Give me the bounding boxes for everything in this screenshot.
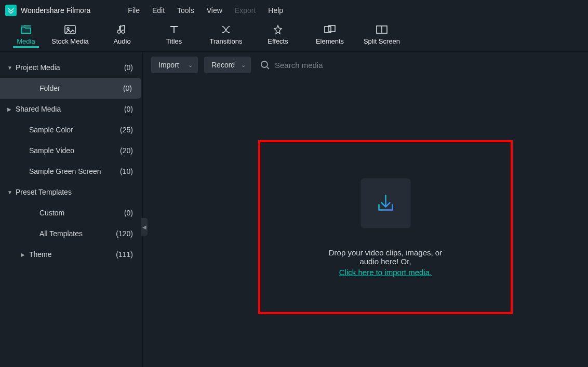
menu-view[interactable]: View bbox=[201, 6, 229, 15]
menu-help[interactable]: Help bbox=[262, 6, 289, 15]
sidebar-item-custom[interactable]: Custom (0) bbox=[0, 202, 142, 223]
menu-tools[interactable]: Tools bbox=[171, 6, 201, 15]
sidebar-count: (25) bbox=[120, 126, 133, 134]
app-logo bbox=[5, 5, 17, 16]
tab-effects-label: Effects bbox=[268, 37, 288, 45]
sidebar-label: Project Media bbox=[16, 63, 124, 72]
sidebar-label: Sample Color bbox=[29, 126, 120, 134]
import-media-link[interactable]: Click here to import media. bbox=[339, 267, 432, 276]
sidebar-count: (10) bbox=[120, 167, 133, 175]
record-label: Record bbox=[211, 61, 235, 69]
tab-transitions-label: Transitions bbox=[209, 37, 242, 45]
import-dropdown[interactable]: Import ⌄ bbox=[151, 57, 198, 73]
svg-line-7 bbox=[267, 67, 269, 69]
tab-titles[interactable]: Titles bbox=[148, 20, 200, 51]
tab-media-label: Media bbox=[17, 37, 35, 45]
sidebar-count: (120) bbox=[116, 229, 133, 238]
tab-split-screen-label: Split Screen bbox=[364, 37, 400, 45]
effects-icon bbox=[273, 24, 283, 35]
sidebar-item-theme[interactable]: ▶ Theme (111) bbox=[0, 244, 142, 265]
import-label: Import bbox=[158, 61, 179, 69]
sidebar-label: Preset Templates bbox=[16, 188, 133, 196]
content-panel: Import ⌄ Record ⌄ bbox=[143, 52, 588, 367]
sidebar-count: (0) bbox=[124, 63, 133, 72]
search-wrap bbox=[257, 57, 580, 73]
tab-stock-media-label: Stock Media bbox=[51, 37, 89, 45]
sidebar-count: (0) bbox=[124, 105, 133, 113]
split-screen-icon bbox=[376, 24, 387, 35]
sidebar-item-shared-media[interactable]: ▶ Shared Media (0) bbox=[0, 99, 142, 119]
tab-transitions[interactable]: Transitions bbox=[200, 20, 252, 51]
sidebar-label: Theme bbox=[29, 250, 116, 259]
menu-export: Export bbox=[229, 6, 262, 15]
menubar: Wondershare Filmora File Edit Tools View… bbox=[0, 0, 588, 21]
search-icon bbox=[260, 60, 270, 70]
svg-point-1 bbox=[67, 28, 69, 30]
tab-split-screen[interactable]: Split Screen bbox=[356, 20, 408, 51]
chevron-down-icon: ⌄ bbox=[188, 62, 193, 69]
sidebar-count: (111) bbox=[116, 250, 133, 259]
sidebar-label: Custom bbox=[39, 209, 124, 217]
sidebar-count: (20) bbox=[120, 146, 133, 155]
tab-media[interactable]: Media bbox=[8, 20, 44, 51]
sidebar-item-preset-templates[interactable]: ▼ Preset Templates bbox=[0, 182, 142, 202]
sidebar-item-sample-color[interactable]: Sample Color (25) bbox=[0, 119, 142, 140]
sidebar-item-sample-green[interactable]: Sample Green Screen (10) bbox=[0, 161, 142, 182]
tab-titles-label: Titles bbox=[166, 37, 182, 45]
sidebar-item-folder[interactable]: Folder (0) bbox=[0, 78, 141, 99]
transitions-icon bbox=[221, 24, 231, 35]
download-icon bbox=[373, 191, 397, 215]
media-drop-area[interactable]: Drop your video clips, images, or audio … bbox=[143, 78, 588, 367]
sidebar-item-all-templates[interactable]: All Templates (120) bbox=[0, 223, 142, 244]
tab-elements[interactable]: Elements bbox=[304, 20, 356, 51]
audio-icon bbox=[117, 24, 127, 35]
app-title: Wondershare Filmora bbox=[21, 6, 90, 15]
workarea: ▼ Project Media (0) Folder (0) ▶ Shared … bbox=[0, 52, 588, 367]
sidebar-label: Sample Video bbox=[29, 146, 120, 155]
tab-elements-label: Elements bbox=[316, 37, 344, 45]
chevron-right-icon: ▶ bbox=[7, 106, 16, 112]
drop-text: Drop your video clips, images, or audio … bbox=[323, 248, 448, 265]
sidebar-count: (0) bbox=[124, 209, 133, 217]
record-dropdown[interactable]: Record ⌄ bbox=[204, 57, 251, 73]
chevron-right-icon: ▶ bbox=[21, 252, 29, 257]
tab-effects[interactable]: Effects bbox=[252, 20, 304, 51]
tab-stock-media[interactable]: Stock Media bbox=[44, 20, 96, 51]
tab-audio[interactable]: Audio bbox=[96, 20, 148, 51]
tab-audio-label: Audio bbox=[113, 37, 130, 45]
tab-bar: Media Stock Media Audio Titles Transitio… bbox=[0, 21, 588, 52]
content-toolbar: Import ⌄ Record ⌄ bbox=[143, 52, 588, 78]
elements-icon bbox=[324, 24, 336, 35]
sidebar-item-sample-video[interactable]: Sample Video (20) bbox=[0, 140, 142, 161]
sidebar-label: Folder bbox=[39, 84, 123, 92]
sidebar-count: (0) bbox=[123, 84, 132, 92]
menu-edit[interactable]: Edit bbox=[146, 6, 171, 15]
sidebar-label: Shared Media bbox=[16, 105, 124, 113]
chevron-down-icon: ⌄ bbox=[241, 62, 246, 69]
sidebar-label: All Templates bbox=[39, 229, 116, 238]
search-input[interactable] bbox=[275, 61, 580, 70]
chevron-down-icon: ▼ bbox=[7, 189, 16, 195]
sidebar-item-project-media[interactable]: ▼ Project Media (0) bbox=[0, 57, 142, 78]
highlight-box: Drop your video clips, images, or audio … bbox=[258, 140, 513, 314]
sidebar: ▼ Project Media (0) Folder (0) ▶ Shared … bbox=[0, 52, 143, 367]
import-icon-card[interactable] bbox=[360, 178, 410, 228]
titles-icon bbox=[169, 24, 179, 35]
svg-point-6 bbox=[261, 61, 268, 67]
stock-media-icon bbox=[64, 24, 76, 35]
sidebar-label: Sample Green Screen bbox=[29, 167, 120, 175]
chevron-down-icon: ▼ bbox=[7, 65, 16, 71]
media-icon bbox=[20, 24, 32, 35]
menu-file[interactable]: File bbox=[122, 6, 146, 15]
